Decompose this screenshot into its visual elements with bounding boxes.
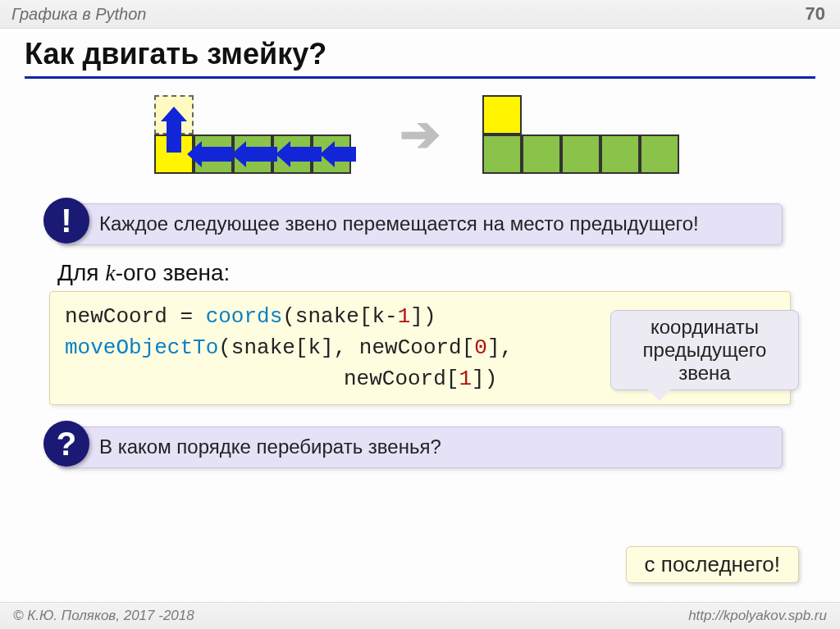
snake-body-cell (600, 134, 640, 174)
copyright: © К.Ю. Поляков, 2017 -2018 (13, 608, 194, 624)
arrow-left-icon (200, 147, 233, 162)
page-title: Как двигать змейку? (25, 37, 815, 79)
footer: © К.Ю. Поляков, 2017 -2018 http://kpolya… (0, 602, 840, 629)
snake-after (469, 95, 699, 174)
snake-body-cell (640, 134, 679, 174)
label-part: Для (57, 260, 105, 285)
footer-url: http://kpolyakov.spb.ru (688, 608, 827, 624)
snake-body-cell (482, 134, 522, 174)
arrow-left-icon (289, 147, 322, 162)
k-segment-label: Для k-ого звена: (57, 260, 840, 286)
snake-body-cell (522, 134, 561, 174)
code-keyword: coords (206, 304, 283, 329)
answer-bubble: с последнего! (626, 546, 799, 583)
code-number: 1 (459, 367, 472, 391)
snake-body-cell (561, 134, 600, 174)
code-number: 0 (474, 335, 487, 360)
label-part: -ого звена: (116, 260, 231, 285)
code-text: newCoord = (65, 304, 206, 329)
code-number: 1 (398, 304, 411, 329)
transition-arrow-icon: ➔ (399, 110, 441, 159)
topbar: Графика в Python 70 (0, 0, 840, 29)
breadcrumb: Графика в Python (11, 5, 146, 24)
arrow-left-icon (333, 147, 356, 162)
code-text: ]) (472, 367, 497, 391)
exclaim-badge: ! (43, 198, 89, 244)
question-callout-text: В каком порядке перебирать звенья? (99, 427, 453, 467)
arrow-left-icon (244, 147, 277, 162)
page-number: 70 (806, 3, 825, 25)
code-text: ], (487, 335, 513, 360)
code-text: (snake[k- (282, 304, 397, 329)
question-badge: ? (43, 421, 89, 467)
arrow-up-icon (167, 120, 181, 153)
info-callout: ! Каждое следующее звено перемещается на… (57, 203, 783, 245)
code-keyword: moveObjectTo (65, 335, 218, 360)
code-text: newCoord[ (344, 367, 459, 391)
snake-head-cell (482, 95, 522, 134)
snake-before (141, 95, 371, 174)
snake-diagram: ➔ (0, 95, 840, 174)
variable-k: k (105, 260, 115, 285)
info-callout-text: Каждое следующее звено перемещается на м… (99, 204, 710, 244)
code-text: ]) (410, 304, 436, 329)
annotation-bubble: координаты предыдущего звена (610, 310, 799, 390)
question-callout: ? В каком порядке перебирать звенья? (57, 426, 783, 468)
code-text: (snake[k], newCoord[ (218, 335, 474, 360)
